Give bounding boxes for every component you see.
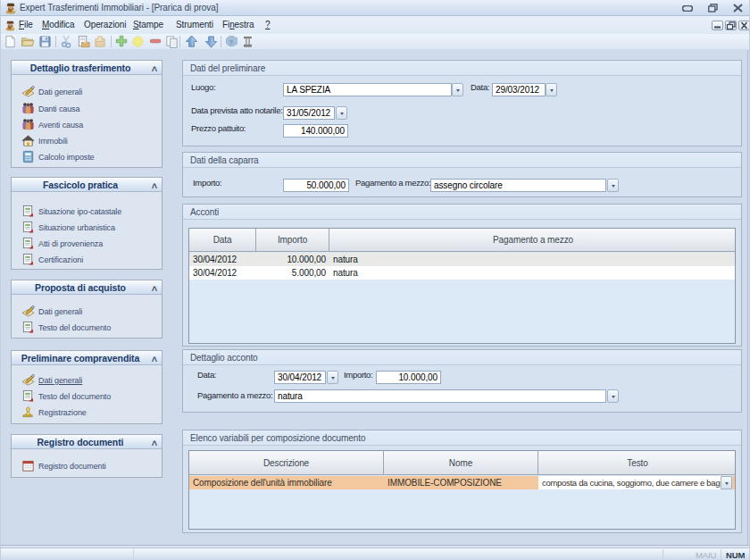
svg-text:?: ?: [229, 38, 233, 46]
